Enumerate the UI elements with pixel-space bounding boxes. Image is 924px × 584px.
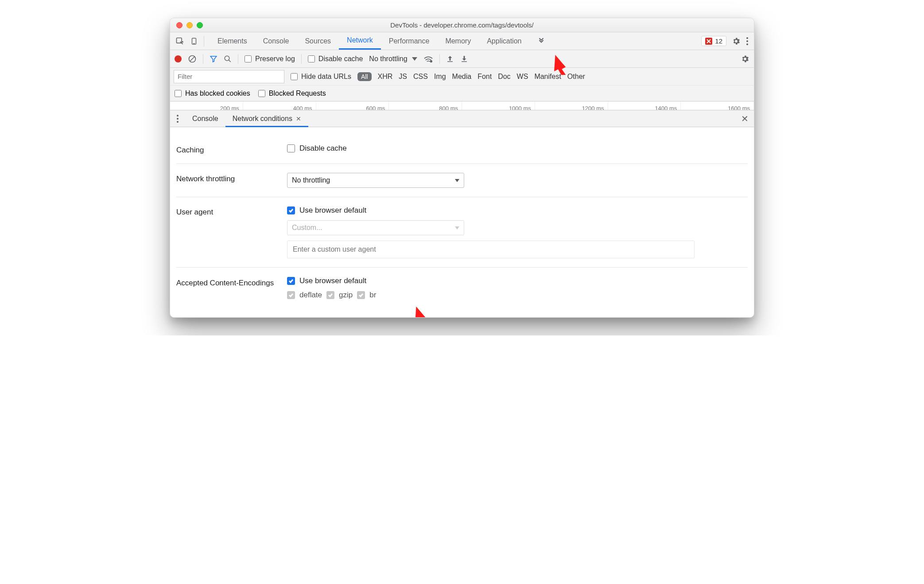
window-titlebar: DevTools - developer.chrome.com/tags/dev… [170,18,754,32]
drawer-tab-netcond-label: Network conditions [233,115,292,123]
blocked-cookies-label: Has blocked cookies [185,90,250,97]
network-toolbar: Preserve log Disable cache No throttling [170,50,754,68]
filter-all-pill[interactable]: All [357,72,372,81]
errors-badge[interactable]: 12 [701,36,726,46]
record-button[interactable] [175,55,182,62]
drawer-menu-icon[interactable] [170,110,185,127]
separator [301,54,302,64]
disable-cache-checkbox[interactable]: Disable cache [308,55,363,63]
tab-sources[interactable]: Sources [297,32,339,50]
drawer-tab-network-conditions[interactable]: Network conditions ✕ [225,110,308,127]
tab-network[interactable]: Network [339,32,381,50]
clear-icon[interactable] [188,55,197,63]
drawer-tabstrip: Console Network conditions ✕ ✕ [170,110,754,127]
throttling-select[interactable]: No throttling [287,173,464,188]
ua-use-default[interactable]: Use browser default [287,206,748,215]
checkbox-checked-icon[interactable] [287,277,295,285]
svg-point-5 [746,43,748,45]
drawer-tab-console[interactable]: Console [185,110,225,127]
svg-rect-11 [447,61,453,62]
throttling-label: Network throttling [176,173,287,188]
separator [203,54,203,64]
disable-cache-setting[interactable]: Disable cache [287,144,748,153]
tab-overflow-icon[interactable] [529,32,553,50]
device-toolbar-icon[interactable] [188,32,200,50]
close-tab-icon[interactable]: ✕ [296,115,301,122]
settings-gear-icon[interactable] [732,37,741,46]
filter-type-css[interactable]: CSS [413,73,428,81]
svg-point-14 [177,118,179,120]
ua-custom-placeholder: Custom... [292,224,322,232]
has-blocked-cookies-checkbox[interactable]: Has blocked cookies [175,90,250,97]
svg-point-8 [225,56,229,61]
filter-type-js[interactable]: JS [399,73,407,81]
preserve-log-checkbox[interactable]: Preserve log [245,55,295,63]
network-conditions-panel: Caching Disable cache Network throttling… [170,127,754,317]
preserve-log-input[interactable] [245,55,252,62]
hide-data-urls-input[interactable] [291,73,298,80]
encodings-use-default-text: Use browser default [299,276,366,285]
main-tabstrip: Elements Console Sources Network Perform… [170,32,754,50]
disable-cache-toolbar-input[interactable] [308,55,315,62]
section-encodings: Accepted Content-Encodings Use browser d… [176,268,748,302]
blocked-requests-checkbox[interactable]: Blocked Requests [258,90,326,97]
encoding-br-checkbox [357,291,365,299]
has-blocked-cookies-input[interactable] [175,90,182,97]
disable-cache-label: Disable cache [318,55,363,63]
filter-input[interactable] [174,70,284,83]
filter-funnel-icon[interactable] [210,55,217,63]
encoding-gzip-checkbox [326,291,334,299]
error-count: 12 [715,37,722,45]
hide-data-urls-checkbox[interactable]: Hide data URLs [291,73,351,81]
blocked-requests-input[interactable] [258,90,265,97]
hide-data-urls-label: Hide data URLs [301,73,351,81]
throttling-dropdown[interactable]: No throttling [369,55,417,63]
section-user-agent: User agent Use browser default Custom... [176,197,748,268]
ua-custom-input [287,241,695,258]
encodings-label: Accepted Content-Encodings [176,276,287,300]
disable-cache-text: Disable cache [299,144,347,153]
close-drawer-icon[interactable]: ✕ [741,113,749,124]
tab-performance[interactable]: Performance [381,32,438,50]
dropdown-triangle-icon [455,179,459,182]
filter-type-manifest[interactable]: Manifest [534,73,561,81]
checkbox-checked-icon[interactable] [287,206,295,214]
extra-filters-row: Has blocked cookies Blocked Requests [170,86,754,101]
tab-memory[interactable]: Memory [437,32,479,50]
disable-cache-checkbox-input[interactable] [287,144,295,152]
download-har-icon[interactable] [460,55,468,63]
encoding-deflate-checkbox [287,291,295,299]
blocked-requests-label: Blocked Requests [269,90,326,97]
filter-type-xhr[interactable]: XHR [378,73,393,81]
filter-type-other[interactable]: Other [567,73,585,81]
throttling-value: No throttling [369,55,407,63]
svg-point-10 [430,60,432,62]
upload-har-icon[interactable] [446,55,454,63]
timeline-tick: 400 ms [243,101,316,110]
timeline-tick: 800 ms [389,101,462,110]
tab-application[interactable]: Application [479,32,529,50]
timeline-tick: 1600 ms [681,101,754,110]
timeline-tick: 1200 ms [535,101,608,110]
timeline-ruler[interactable]: 200 ms 400 ms 600 ms 800 ms 1000 ms 1200… [170,101,754,110]
network-conditions-icon[interactable] [423,55,433,63]
separator [204,36,204,47]
tab-elements[interactable]: Elements [210,32,255,50]
svg-point-15 [177,121,179,123]
network-settings-gear-icon[interactable] [741,55,749,63]
encodings-use-default[interactable]: Use browser default [287,276,748,285]
search-icon[interactable] [224,55,232,63]
ua-use-default-text: Use browser default [299,206,366,215]
more-menu-icon[interactable] [746,37,749,46]
filter-type-font[interactable]: Font [478,73,492,81]
filter-type-doc[interactable]: Doc [498,73,510,81]
filter-type-ws[interactable]: WS [517,73,528,81]
error-icon [705,38,712,45]
filter-type-img[interactable]: Img [434,73,446,81]
inspect-element-icon[interactable] [174,32,186,50]
filter-type-media[interactable]: Media [452,73,472,81]
dropdown-triangle-icon [412,57,417,61]
svg-point-13 [177,115,179,117]
preserve-log-label: Preserve log [255,55,295,63]
tab-console[interactable]: Console [255,32,297,50]
